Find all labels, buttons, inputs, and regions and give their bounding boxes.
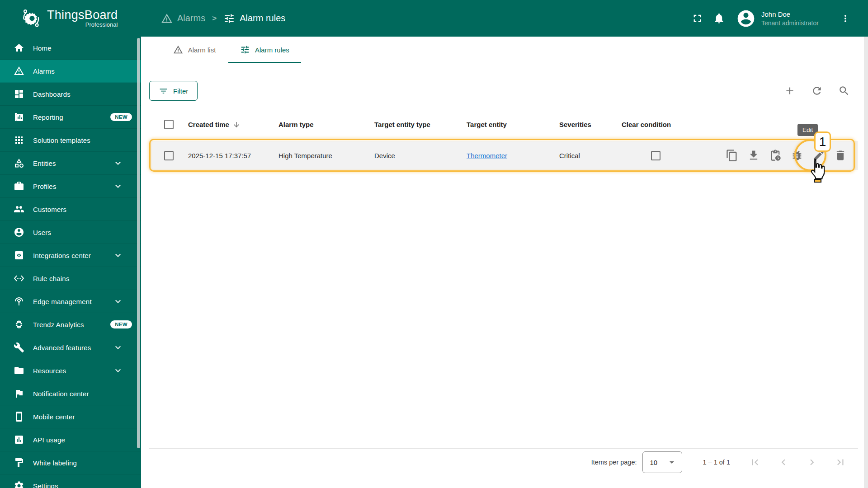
breadcrumb-alarms[interactable]: Alarms bbox=[161, 13, 205, 24]
sidebar-item-label: Dashboards bbox=[33, 90, 71, 98]
sidebar-item-customers[interactable]: Customers bbox=[0, 198, 141, 221]
pagination-nav bbox=[749, 456, 858, 468]
more-menu-button[interactable] bbox=[836, 8, 854, 29]
sidebar-item-white-labeling[interactable]: White labeling bbox=[0, 451, 141, 474]
chevron-down-icon bbox=[113, 342, 123, 353]
page-scrollbar[interactable] bbox=[864, 37, 868, 488]
sidebar-item-profiles[interactable]: Profiles bbox=[0, 175, 141, 198]
warning-icon bbox=[161, 13, 173, 24]
sidebar-item-rule-chains[interactable]: Rule chains bbox=[0, 267, 141, 290]
copy-button[interactable] bbox=[726, 149, 738, 162]
items-per-page-label: Items per page: bbox=[591, 459, 637, 466]
delete-button[interactable] bbox=[834, 149, 847, 162]
sidebar-item-api-usage[interactable]: API usage bbox=[0, 428, 141, 451]
sidebar-item-label: Rule chains bbox=[33, 275, 70, 282]
chevron-down-icon bbox=[113, 296, 123, 307]
logo[interactable]: ThingsBoard Professional bbox=[0, 8, 141, 29]
sidebar-item-edge-management[interactable]: Edge management bbox=[0, 290, 141, 313]
table-header-row: Created time Alarm type Target entity ty… bbox=[149, 111, 858, 138]
chevron-down-icon bbox=[113, 250, 123, 261]
sidebar-item-trendz-analytics[interactable]: Trendz Analytics NEW bbox=[0, 313, 141, 336]
sidebar-item-reporting[interactable]: Reporting NEW bbox=[0, 106, 141, 129]
paint-roller-icon bbox=[14, 457, 24, 468]
fullscreen-icon bbox=[691, 12, 703, 24]
sidebar-item-notification-center[interactable]: Notification center bbox=[0, 382, 141, 405]
bell-icon bbox=[713, 12, 725, 24]
column-target-entity[interactable]: Target entity bbox=[467, 121, 559, 128]
row-checkbox[interactable] bbox=[164, 151, 174, 160]
edit-button[interactable] bbox=[812, 149, 825, 162]
sidebar-item-entities[interactable]: Entities bbox=[0, 152, 141, 175]
new-badge: NEW bbox=[110, 320, 132, 328]
sidebar: Home Alarms Dashboards Reporting NEW Sol… bbox=[0, 37, 141, 488]
sidebar-item-resources[interactable]: Resources bbox=[0, 359, 141, 382]
next-page-button[interactable] bbox=[806, 456, 818, 468]
alarms-icon bbox=[14, 66, 24, 76]
tab-bar: Alarm list Alarm rules bbox=[141, 37, 868, 63]
tab-alarm-rules[interactable]: Alarm rules bbox=[228, 37, 301, 63]
dropdown-arrow-icon bbox=[666, 457, 677, 468]
cell-created-time: 2025-12-15 17:37:57 bbox=[188, 152, 278, 160]
chevron-down-icon bbox=[113, 158, 123, 169]
target-entity-link[interactable]: Thermometer bbox=[467, 152, 507, 160]
filter-button[interactable]: Filter bbox=[149, 81, 198, 101]
items-per-page-select[interactable]: 10 bbox=[642, 451, 682, 473]
add-alarm-rule-button[interactable] bbox=[784, 85, 796, 97]
sidebar-item-dashboards[interactable]: Dashboards bbox=[0, 83, 141, 106]
last-page-button[interactable] bbox=[835, 456, 846, 468]
select-all-checkbox[interactable] bbox=[164, 120, 174, 129]
sidebar-scrollbar[interactable] bbox=[137, 38, 140, 448]
tab-alarm-list[interactable]: Alarm list bbox=[160, 37, 228, 63]
sidebar-item-alarms[interactable]: Alarms bbox=[0, 60, 141, 83]
breadcrumb-alarm-rules-label: Alarm rules bbox=[240, 13, 285, 23]
previous-page-button[interactable] bbox=[778, 456, 789, 468]
breadcrumb-separator: > bbox=[212, 14, 217, 23]
sidebar-item-integrations-center[interactable]: Integrations center bbox=[0, 244, 141, 267]
cell-alarm-type: High Temperature bbox=[278, 152, 374, 160]
first-page-button[interactable] bbox=[749, 456, 761, 468]
pending-actions-button[interactable] bbox=[769, 149, 782, 162]
refresh-button[interactable] bbox=[811, 85, 823, 97]
column-label: Created time bbox=[188, 121, 229, 128]
sidebar-item-mobile-center[interactable]: Mobile center bbox=[0, 405, 141, 428]
download-button[interactable] bbox=[747, 149, 760, 162]
sidebar-item-label: Edge management bbox=[33, 298, 92, 305]
report-icon bbox=[14, 112, 24, 122]
column-severities[interactable]: Severities bbox=[559, 121, 622, 128]
sort-desc-icon bbox=[232, 121, 241, 129]
sidebar-item-home[interactable]: Home bbox=[0, 37, 141, 60]
fullscreen-button[interactable] bbox=[686, 8, 708, 29]
clear-condition-checkbox[interactable] bbox=[651, 151, 660, 160]
column-alarm-type[interactable]: Alarm type bbox=[278, 121, 374, 128]
debug-button[interactable] bbox=[791, 149, 803, 162]
table-row[interactable]: 2025-12-15 17:37:57 High Temperature Dev… bbox=[149, 141, 858, 170]
user-info: John Doe Tenant administrator bbox=[761, 10, 830, 26]
people-icon bbox=[14, 204, 24, 215]
avatar[interactable] bbox=[736, 9, 756, 28]
thingsboard-logo-icon bbox=[21, 8, 42, 29]
column-clear-condition[interactable]: Clear condition bbox=[622, 121, 689, 128]
tune-icon bbox=[223, 13, 235, 24]
sidebar-item-label: Solution templates bbox=[33, 136, 90, 144]
cell-severities: Critical bbox=[559, 152, 622, 160]
dashboard-icon bbox=[14, 89, 24, 99]
cell-target-entity: Thermometer bbox=[467, 152, 559, 160]
sidebar-item-users[interactable]: Users bbox=[0, 221, 141, 244]
sidebar-item-label: Mobile center bbox=[33, 413, 75, 421]
select-all-cell bbox=[149, 120, 188, 129]
sidebar-item-label: Entities bbox=[33, 160, 56, 167]
column-created-time[interactable]: Created time bbox=[188, 121, 278, 129]
notifications-button[interactable] bbox=[708, 8, 730, 29]
sidebar-item-solution-templates[interactable]: Solution templates bbox=[0, 129, 141, 152]
sidebar-item-label: API usage bbox=[33, 436, 65, 444]
thingsboard-app: ThingsBoard Professional Alarms > Alarm … bbox=[0, 0, 868, 488]
filter-button-label: Filter bbox=[173, 87, 188, 95]
search-button[interactable] bbox=[838, 85, 850, 97]
top-header: ThingsBoard Professional Alarms > Alarm … bbox=[0, 0, 868, 37]
user-name: John Doe bbox=[761, 10, 830, 19]
column-target-entity-type[interactable]: Target entity type bbox=[374, 121, 467, 128]
pagination-bar: Items per page: 10 1 – 1 of 1 bbox=[149, 448, 858, 476]
sidebar-item-settings[interactable]: Settings bbox=[0, 474, 141, 488]
sidebar-item-label: Home bbox=[33, 44, 52, 52]
sidebar-item-advanced-features[interactable]: Advanced features bbox=[0, 336, 141, 359]
